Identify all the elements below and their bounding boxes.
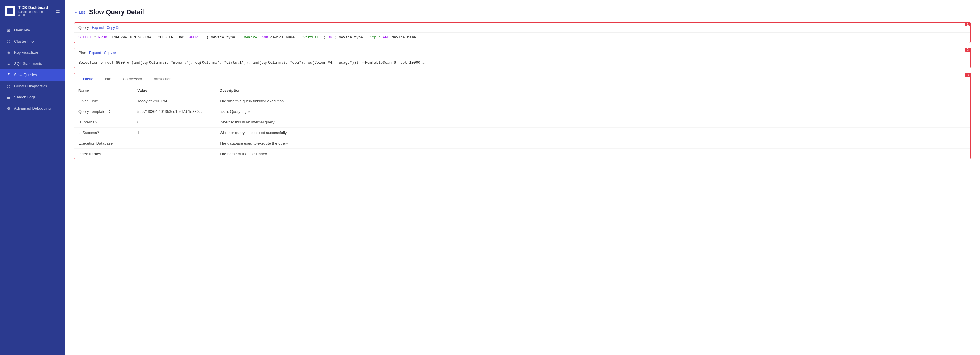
sidebar-brand: TiDB Dashboard Dashboard version 4.0.0	[18, 5, 48, 17]
main-content: ← List Slow Query Detail 1 Query Expand …	[65, 0, 980, 355]
sidebar-item-sql-statements-label: SQL Statements	[14, 61, 42, 66]
sidebar-item-cluster-info[interactable]: ⬡ Cluster Info	[0, 36, 65, 47]
table-row: Index NamesThe name of the used index	[74, 149, 970, 159]
cell-value: 0	[133, 117, 215, 127]
slow-queries-icon: ⏱	[6, 73, 11, 77]
sql-from: FROM	[99, 35, 107, 40]
sidebar-version: Dashboard version 4.0.0	[18, 10, 48, 17]
cell-description: The database used to execute the query	[215, 138, 970, 149]
plan-copy-icon: ⧉	[113, 51, 116, 55]
page-title: Slow Query Detail	[89, 8, 144, 16]
tidb-logo-icon	[7, 8, 13, 14]
cell-value: 5bb71f8364f4013b3cd1b2f7d7fe330...	[133, 107, 215, 117]
table-row: Finish TimeToday at 7:00 PMThe time this…	[74, 96, 970, 107]
table-row: Is Success?1Whether query is executed su…	[74, 127, 970, 138]
sidebar-nav: ⊞ Overview ⬡ Cluster Info ◈ Key Visualiz…	[0, 22, 65, 355]
cell-description: The name of the used index	[215, 149, 970, 159]
tab-time[interactable]: Time	[98, 73, 116, 85]
plan-label: Plan	[78, 51, 86, 55]
advanced-debugging-icon: ⚙	[6, 106, 11, 111]
sidebar-item-cluster-diagnostics-label: Cluster Diagnostics	[14, 84, 47, 88]
cell-value	[133, 138, 215, 149]
sidebar-item-overview[interactable]: ⊞ Overview	[0, 25, 65, 36]
sidebar-item-slow-queries[interactable]: ⏱ Slow Queries	[0, 69, 65, 81]
cell-name: Execution Database	[74, 138, 133, 149]
section-number-1: 1	[965, 22, 970, 27]
plan-section: 2 Plan Expand Copy ⧉ Selection_5 root 80…	[74, 48, 970, 68]
detail-section: 3 Basic Time Coprocessor Transaction Nam…	[74, 73, 970, 159]
cell-description: Whether this is an internal query	[215, 117, 970, 127]
query-copy-button[interactable]: Copy ⧉	[107, 25, 119, 30]
tab-coprocessor[interactable]: Coprocessor	[116, 73, 147, 85]
sidebar-item-key-visualizer-label: Key Visualizer	[14, 50, 38, 55]
cell-name: Query Template ID	[74, 107, 133, 117]
query-section-header: Query Expand Copy ⧉	[74, 22, 970, 33]
cluster-diagnostics-icon: ◎	[6, 84, 11, 88]
query-section: 1 Query Expand Copy ⧉ SELECT * FROM `INF…	[74, 22, 970, 43]
cell-value	[133, 149, 215, 159]
cell-description: Whether query is executed successfully	[215, 127, 970, 138]
sidebar-item-cluster-info-label: Cluster Info	[14, 39, 33, 43]
table-row: Execution DatabaseThe database used to e…	[74, 138, 970, 149]
sidebar-item-key-visualizer[interactable]: ◈ Key Visualizer	[0, 47, 65, 58]
cluster-info-icon: ⬡	[6, 39, 11, 44]
section-number-3: 3	[965, 73, 970, 77]
cell-description: a.k.a. Query digest	[215, 107, 970, 117]
query-label: Query	[78, 25, 89, 30]
cell-name: Finish Time	[74, 96, 133, 107]
table-row: Is Internal?0Whether this is an internal…	[74, 117, 970, 127]
sidebar-item-advanced-debugging[interactable]: ⚙ Advanced Debugging	[0, 103, 65, 114]
plan-section-header: Plan Expand Copy ⧉	[74, 48, 970, 58]
query-expand-button[interactable]: Expand	[92, 25, 104, 30]
sidebar-item-search-logs[interactable]: ☰ Search Logs	[0, 92, 65, 103]
col-header-name: Name	[74, 85, 133, 96]
page-header: ← List Slow Query Detail	[74, 8, 970, 16]
tabs-header: Basic Time Coprocessor Transaction	[74, 73, 970, 85]
sidebar-title: TiDB Dashboard	[18, 5, 48, 10]
sidebar-item-search-logs-label: Search Logs	[14, 95, 35, 99]
cell-name: Is Internal?	[74, 117, 133, 127]
tab-transaction[interactable]: Transaction	[147, 73, 176, 85]
cell-name: Index Names	[74, 149, 133, 159]
key-visualizer-icon: ◈	[6, 50, 11, 55]
sidebar-item-overview-label: Overview	[14, 28, 30, 32]
cell-value: 1	[133, 127, 215, 138]
cell-name: Is Success?	[74, 127, 133, 138]
sql-where: WHERE	[189, 35, 200, 40]
back-button[interactable]: ← List	[74, 10, 85, 14]
detail-table: Name Value Description Finish TimeToday …	[74, 85, 970, 159]
plan-expand-button[interactable]: Expand	[89, 51, 101, 55]
query-content: SELECT * FROM `INFORMATION_SCHEMA`.`CLUS…	[74, 33, 970, 43]
sql-select: SELECT	[78, 35, 92, 40]
plan-copy-button[interactable]: Copy ⧉	[104, 51, 116, 55]
copy-icon: ⧉	[116, 25, 119, 30]
col-header-description: Description	[215, 85, 970, 96]
table-row: Query Template ID5bb71f8364f4013b3cd1b2f…	[74, 107, 970, 117]
menu-toggle-icon[interactable]: ☰	[55, 8, 60, 14]
sidebar-header: TiDB Dashboard Dashboard version 4.0.0 ☰	[0, 0, 65, 22]
overview-icon: ⊞	[6, 28, 11, 33]
sidebar-item-sql-statements[interactable]: ≡ SQL Statements	[0, 58, 65, 69]
sidebar-item-advanced-debugging-label: Advanced Debugging	[14, 106, 51, 110]
col-header-value: Value	[133, 85, 215, 96]
sidebar-logo	[5, 6, 15, 16]
tab-basic[interactable]: Basic	[78, 73, 98, 85]
cell-description: The time this query finished execution	[215, 96, 970, 107]
sidebar-item-cluster-diagnostics[interactable]: ◎ Cluster Diagnostics	[0, 81, 65, 92]
sql-statements-icon: ≡	[6, 61, 11, 66]
sidebar: TiDB Dashboard Dashboard version 4.0.0 ☰…	[0, 0, 65, 355]
cell-value: Today at 7:00 PM	[133, 96, 215, 107]
plan-content: Selection_5 root 8000 or(and(eq(Column#3…	[74, 58, 970, 68]
sidebar-item-slow-queries-label: Slow Queries	[14, 73, 37, 77]
section-number-2: 2	[965, 48, 970, 52]
search-logs-icon: ☰	[6, 95, 11, 100]
